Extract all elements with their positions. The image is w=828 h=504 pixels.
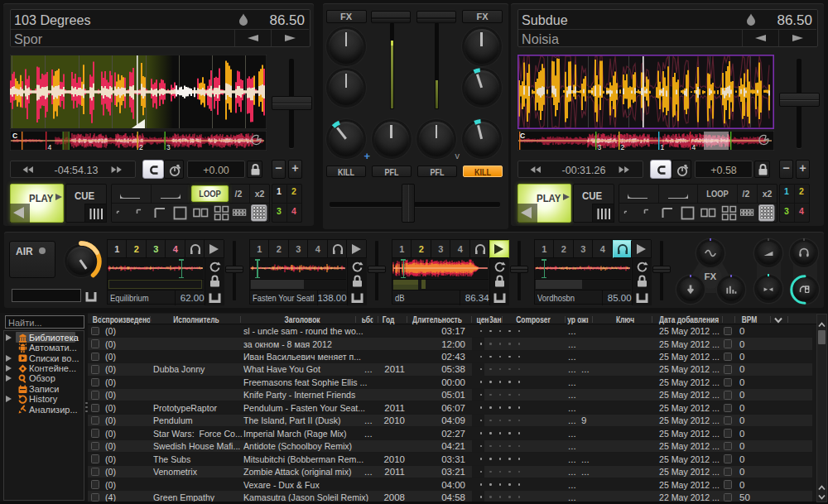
svg-text:C: C — [12, 132, 17, 140]
svg-text:4: 4 — [48, 143, 52, 151]
svg-text:4: 4 — [692, 143, 696, 151]
svg-text:3: 3 — [166, 143, 171, 151]
svg-text:2: 2 — [621, 143, 625, 151]
svg-text:3: 3 — [598, 143, 602, 151]
svg-text:2: 2 — [139, 143, 143, 151]
svg-text:1: 1 — [661, 143, 665, 151]
svg-text:C: C — [520, 132, 525, 140]
